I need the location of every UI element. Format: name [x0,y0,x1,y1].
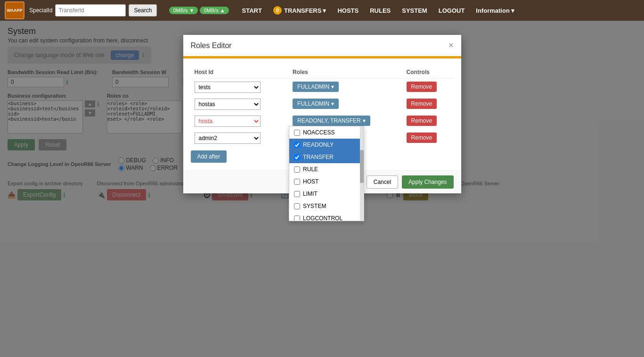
bandwidth-up: 0MB/s ▲ [200,7,228,14]
remove-btn-3[interactable]: Remove [407,116,437,126]
dropdown-item-transfer[interactable]: TRANSFER [289,151,364,163]
chevron-down-icon: ▾ [511,7,514,14]
role-btn-2[interactable]: FULLADMIN ▾ [293,99,339,109]
checkbox-transfer[interactable] [294,154,300,160]
role-btn-3[interactable]: READONLY, TRANSFER ▾ [293,116,370,126]
role-btn-1[interactable]: FULLADMIN ▾ [293,82,339,92]
scrollbar-track [360,126,364,221]
nav-hosts[interactable]: HOSTS [332,4,364,17]
checkbox-host[interactable] [294,179,300,185]
add-after-button[interactable]: Add after [191,150,227,163]
chevron-down-icon: ▾ [323,7,326,14]
host-select-3[interactable]: hosta [195,116,261,127]
nav-logout[interactable]: LOGOUT [433,4,471,17]
special-id-label: SpecialId [29,7,52,14]
nav-system[interactable]: SYSTEM [396,4,432,17]
checkbox-rule[interactable] [294,166,300,173]
host-select-1[interactable]: tests [195,82,261,93]
modal-title: Roles Editor [191,42,232,50]
nav-rules[interactable]: RULES [364,4,396,17]
nav-information[interactable]: Information ▾ [470,4,520,17]
table-row: tests FULLADMIN ▾ Remove [191,79,454,96]
table-row: hostas FULLADMIN ▾ Remove [191,96,454,113]
roles-table: Host Id Roles Controls tests [191,66,454,147]
col-roles: Roles [289,66,403,79]
search-button[interactable]: Search [129,4,157,17]
upload-icon: ▲ [220,8,225,13]
transfer-id-input[interactable] [55,4,126,17]
checkbox-limit[interactable] [294,191,300,197]
remove-btn-1[interactable]: Remove [407,82,437,92]
table-row: hosta READONLY, TRANSFER ▾ [191,113,454,130]
role-dropdown-menu: NOACCESS READONLY TRANSFER [289,126,364,221]
checkbox-system[interactable] [294,203,300,209]
nav-transfers[interactable]: 0 TRANSFERS ▾ [268,3,332,17]
bandwidth-down: 0MB/s ▼ [169,7,198,14]
nav-items: START 0 TRANSFERS ▾ HOSTS RULES SYSTEM L… [236,3,520,17]
chevron-down-icon: ▾ [331,83,334,90]
apply-changes-button[interactable]: Apply Changes [402,175,453,189]
checkbox-logcontrol[interactable] [294,216,300,221]
dropdown-item-rule[interactable]: RULE [289,163,364,175]
checkbox-noaccess[interactable] [294,130,300,136]
download-icon: ▼ [189,8,195,13]
scrollbar-thumb[interactable] [360,150,364,183]
bandwidth-down-badge: 0MB/s ▼ 0MB/s ▲ [169,7,228,14]
page-background: System You can edit system configuration… [0,21,644,357]
host-select-2[interactable]: hostas [195,99,261,110]
chevron-down-icon: ▾ [331,100,334,107]
dropdown-item-logcontrol[interactable]: LOGCONTROL [289,212,364,221]
top-navbar: WAAPP SpecialId Search 0MB/s ▼ 0MB/s ▲ S… [0,0,644,21]
dropdown-item-limit[interactable]: LIMIT [289,188,364,200]
cancel-button[interactable]: Cancel [367,175,398,189]
chevron-down-icon: ▾ [363,117,366,124]
col-host-id: Host Id [191,66,289,79]
dropdown-item-noaccess[interactable]: NOACCESS [289,126,364,139]
modal-header: Roles Editor × [183,35,461,57]
dropdown-item-host[interactable]: HOST [289,175,364,188]
app-logo: WAAPP [5,1,24,19]
host-select-4[interactable]: admin2 [195,133,261,144]
dropdown-item-system[interactable]: SYSTEM [289,200,364,212]
modal-body: Host Id Roles Controls tests [183,58,461,170]
dropdown-item-readonly[interactable]: READONLY [289,139,364,151]
remove-btn-4[interactable]: Remove [407,133,437,143]
dropdown-scroll: NOACCESS READONLY TRANSFER [289,126,364,221]
col-controls: Controls [403,66,454,79]
modal-overlay: Roles Editor × Host Id Roles Controls [0,21,644,357]
nav-start[interactable]: START [236,4,268,17]
roles-editor-modal: Roles Editor × Host Id Roles Controls [183,35,461,193]
remove-btn-2[interactable]: Remove [407,99,437,109]
transfers-count: 0 [273,6,282,15]
modal-close-button[interactable]: × [448,41,454,50]
checkbox-readonly[interactable] [294,142,300,148]
